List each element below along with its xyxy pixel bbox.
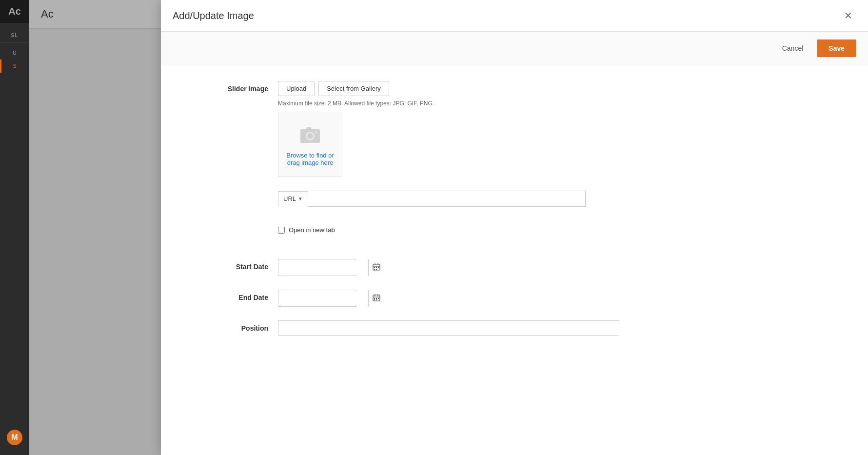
modal-header: Add/Update Image ✕ bbox=[161, 0, 868, 32]
position-field bbox=[278, 320, 848, 336]
url-type-value: URL bbox=[283, 195, 296, 202]
open-new-tab-checkbox-row: Open in new tab bbox=[278, 226, 848, 234]
sidebar-top-label: Ac bbox=[8, 6, 21, 17]
svg-rect-12 bbox=[374, 269, 375, 270]
svg-rect-11 bbox=[378, 267, 379, 268]
position-row: Position bbox=[180, 320, 848, 336]
url-label bbox=[180, 191, 278, 195]
start-date-calendar-button[interactable] bbox=[368, 259, 384, 276]
open-new-tab-form-label bbox=[180, 226, 278, 230]
start-date-label: Start Date bbox=[180, 259, 278, 271]
position-label: Position bbox=[180, 320, 278, 332]
sidebar-section-sl: SL bbox=[7, 33, 22, 38]
modal-close-button[interactable]: ✕ bbox=[840, 8, 856, 23]
end-date-label: End Date bbox=[180, 290, 278, 301]
svg-rect-20 bbox=[378, 298, 379, 299]
sidebar-top: Ac bbox=[0, 0, 29, 23]
url-input[interactable] bbox=[308, 191, 586, 207]
image-buttons: Upload Select from Gallery bbox=[278, 81, 848, 96]
position-input[interactable] bbox=[278, 320, 619, 336]
svg-rect-3 bbox=[306, 127, 311, 130]
camera-icon bbox=[299, 123, 321, 148]
sidebar-divider bbox=[0, 42, 29, 42]
cancel-button[interactable]: Cancel bbox=[774, 40, 811, 56]
url-field: URL ▼ bbox=[278, 191, 848, 213]
end-date-row: End Date bbox=[180, 290, 848, 307]
end-date-input-wrapper bbox=[278, 290, 356, 307]
svg-rect-19 bbox=[376, 298, 377, 299]
svg-rect-10 bbox=[376, 267, 377, 268]
sidebar-nav-items: G S bbox=[0, 46, 29, 73]
open-new-tab-field: Open in new tab bbox=[278, 226, 848, 245]
select-from-gallery-button[interactable]: Select from Gallery bbox=[318, 81, 389, 96]
sidebar-bottom: M bbox=[0, 430, 29, 445]
sidebar: Ac SL G S M bbox=[0, 0, 29, 455]
open-new-tab-checkbox[interactable] bbox=[278, 227, 285, 234]
modal-panel: Add/Update Image ✕ Cancel Save Slider Im… bbox=[161, 0, 868, 455]
start-date-row: Start Date bbox=[180, 259, 848, 276]
start-date-input-wrapper bbox=[278, 259, 356, 276]
action-bar: Cancel Save bbox=[161, 32, 868, 65]
end-date-input[interactable] bbox=[278, 291, 368, 305]
open-new-tab-label: Open in new tab bbox=[289, 226, 335, 234]
svg-rect-18 bbox=[374, 298, 375, 299]
svg-rect-21 bbox=[374, 299, 375, 300]
image-drop-area[interactable]: Browse to find or drag image here bbox=[278, 113, 342, 177]
url-input-row: URL ▼ bbox=[278, 191, 848, 207]
browse-link[interactable]: Browse to find or drag image here bbox=[286, 152, 334, 166]
svg-rect-22 bbox=[376, 299, 377, 300]
open-new-tab-row: Open in new tab bbox=[180, 226, 848, 245]
svg-rect-13 bbox=[376, 269, 377, 270]
magento-logo: M bbox=[7, 430, 22, 445]
start-date-field bbox=[278, 259, 848, 276]
url-row: URL ▼ bbox=[180, 191, 848, 213]
slider-image-field: Upload Select from Gallery Maximum file … bbox=[278, 81, 848, 177]
svg-rect-9 bbox=[374, 267, 375, 268]
file-hint: Maximum file size: 2 MB. Allowed file ty… bbox=[278, 100, 848, 107]
modal-overlay: Add/Update Image ✕ Cancel Save Slider Im… bbox=[29, 0, 868, 455]
svg-point-4 bbox=[315, 131, 317, 133]
svg-point-2 bbox=[307, 133, 313, 139]
sidebar-item-general[interactable]: G bbox=[0, 46, 29, 59]
end-date-calendar-button[interactable] bbox=[368, 290, 384, 306]
url-type-select[interactable]: URL ▼ bbox=[278, 191, 308, 206]
sidebar-item-slides[interactable]: S bbox=[0, 59, 29, 73]
main-area: Ac Add/Update Image ✕ Cancel Save Slider… bbox=[29, 0, 868, 455]
modal-title: Add/Update Image bbox=[173, 10, 254, 21]
upload-button[interactable]: Upload bbox=[278, 81, 315, 96]
chevron-down-icon: ▼ bbox=[298, 196, 303, 201]
slider-image-row: Slider Image Upload Select from Gallery … bbox=[180, 81, 848, 177]
modal-content: Slider Image Upload Select from Gallery … bbox=[161, 65, 868, 455]
start-date-input[interactable] bbox=[278, 260, 368, 275]
slider-image-label: Slider Image bbox=[180, 81, 278, 93]
end-date-field bbox=[278, 290, 848, 307]
save-button[interactable]: Save bbox=[817, 40, 856, 57]
